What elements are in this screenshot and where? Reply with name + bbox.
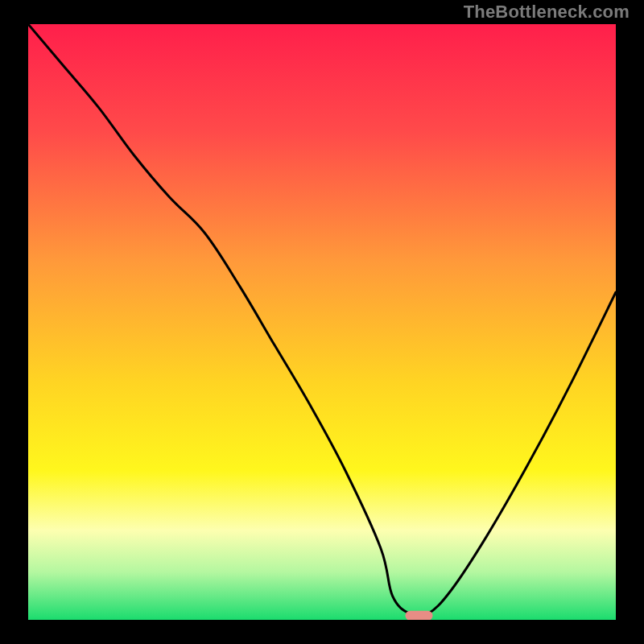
minimum-marker — [406, 611, 433, 620]
gradient-background — [28, 24, 616, 620]
plot-area — [28, 24, 616, 620]
chart-frame: TheBottleneck.com — [0, 0, 644, 644]
bottleneck-chart — [28, 24, 616, 620]
watermark-text: TheBottleneck.com — [464, 2, 630, 23]
